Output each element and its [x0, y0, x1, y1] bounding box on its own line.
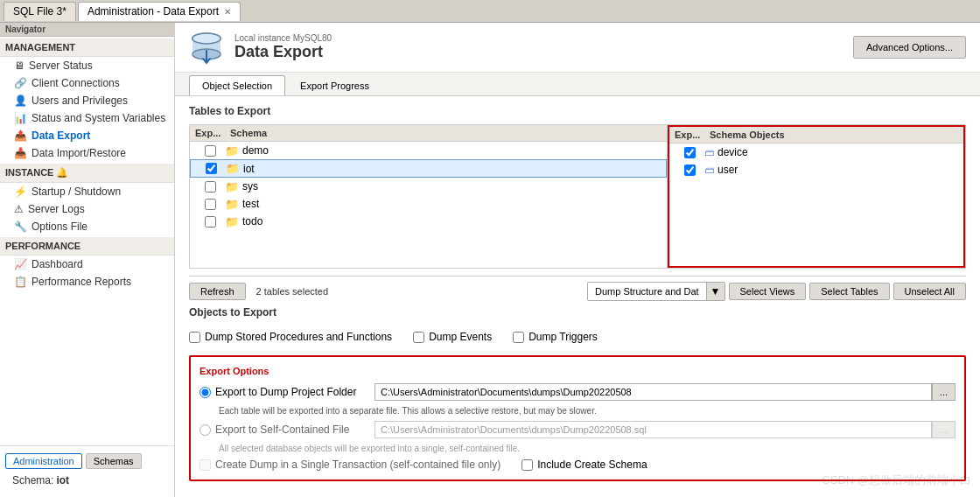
tab-data-export-label: Administration - Data Export [88, 5, 219, 18]
dump-stored-checkbox[interactable] [189, 332, 200, 343]
checkbox-demo[interactable] [205, 145, 216, 157]
unselect-all-button[interactable]: Unselect All [893, 283, 966, 300]
checkbox-device[interactable] [684, 147, 696, 158]
select-views-button[interactable]: Select Views [729, 283, 807, 300]
sidebar-item-label: Options File [32, 220, 88, 233]
self-contained-label[interactable]: Export to Self-Contained File [200, 424, 374, 436]
tab-schemas[interactable]: Schemas [86, 453, 142, 469]
self-contained-radio[interactable] [200, 424, 211, 436]
sidebar-item-perf-reports[interactable]: 📋 Performance Reports [0, 273, 174, 290]
sidebar-item-label: Status and System Variables [32, 112, 165, 124]
sidebar-item-label: Server Logs [28, 203, 85, 215]
objects-to-export-title: Objects to Export [189, 306, 966, 318]
svg-point-3 [192, 33, 220, 44]
refresh-button[interactable]: Refresh [189, 283, 246, 300]
schema-name-demo: 📁demo [225, 144, 662, 158]
sub-tabs: Object Selection Export Progress [175, 73, 980, 96]
tab-administration[interactable]: Administration [5, 453, 82, 469]
folder-icon: 📁 [226, 162, 240, 175]
left-panel-body: 📁demo 📁iot 📁sys 📁test [190, 142, 667, 264]
sidebar-item-dashboard[interactable]: 📈 Dashboard [0, 256, 174, 273]
content-body: Tables to Export Exp... Schema 📁demo [175, 96, 980, 497]
tables-toolbar: Refresh 2 tables selected Dump Structure… [189, 276, 966, 306]
sidebar-item-data-export[interactable]: 📤 Data Export [0, 127, 174, 144]
sidebar-item-label: Client Connections [32, 77, 120, 89]
self-contained-row: Export to Self-Contained File ... [200, 421, 956, 438]
checkbox-todo[interactable] [205, 216, 216, 228]
checkbox-sys[interactable] [205, 181, 216, 192]
dump-stored-label[interactable]: Dump Stored Procedures and Functions [189, 331, 392, 343]
include-create-schema-label[interactable]: Include Create Schema [522, 458, 647, 471]
dump-stored-text: Dump Stored Procedures and Functions [205, 331, 392, 343]
table-row[interactable]: 📁test [190, 195, 667, 213]
performance-header: PERFORMANCE [0, 237, 174, 256]
table-row[interactable]: 📁todo [190, 213, 667, 230]
sidebar-item-server-status[interactable]: 🖥 Server Status [0, 57, 174, 74]
sidebar-item-users-privileges[interactable]: 👤 Users and Privileges [0, 92, 174, 109]
tab-export-progress[interactable]: Export Progress [287, 75, 382, 95]
folder-icon: 📁 [225, 180, 239, 193]
dump-project-path-input[interactable] [374, 383, 932, 401]
right-panel: Exp... Schema Objects 🗃 device [668, 125, 965, 268]
sidebar-item-label: Dashboard [32, 258, 83, 270]
tables-export-area: Exp... Schema 📁demo 📁iot [189, 124, 966, 269]
table-row[interactable]: 🗃 device [669, 144, 963, 161]
include-create-schema-checkbox[interactable] [522, 459, 533, 471]
table-icon: 🗃 [704, 164, 714, 175]
table-row[interactable]: 🗃 user [669, 161, 963, 178]
tab-sql-file[interactable]: SQL File 3* [4, 2, 76, 21]
dump-project-browse-button[interactable]: ... [932, 383, 956, 401]
instance-header: INSTANCE 🔔 [0, 164, 174, 183]
dump-triggers-label[interactable]: Dump Triggers [513, 331, 598, 343]
tables-to-export-title: Tables to Export [189, 105, 966, 117]
checkbox-cell-device[interactable] [675, 147, 704, 158]
checkbox-cell-iot[interactable] [196, 163, 226, 174]
left-panel: Exp... Schema 📁demo 📁iot [190, 125, 668, 268]
tab-object-selection[interactable]: Object Selection [189, 75, 285, 95]
checkbox-iot[interactable] [206, 163, 217, 174]
dump-events-label[interactable]: Dump Events [413, 331, 492, 343]
dump-project-radio[interactable] [200, 387, 211, 398]
table-row[interactable]: 📁sys [190, 178, 667, 195]
create-dump-single-label[interactable]: Create Dump in a Single Transaction (sel… [200, 458, 500, 471]
dump-triggers-checkbox[interactable] [513, 332, 524, 343]
self-contained-description: All selected database objects will be ex… [200, 444, 956, 453]
checkbox-user[interactable] [684, 164, 696, 176]
checkbox-cell-test[interactable] [195, 199, 225, 210]
advanced-options-button[interactable]: Advanced Options... [853, 36, 966, 59]
sidebar-item-client-connections[interactable]: 🔗 Client Connections [0, 74, 174, 92]
sidebar-item-status-variables[interactable]: 📊 Status and System Variables [0, 109, 174, 127]
objects-to-export-section: Objects to Export Dump Stored Procedures… [189, 306, 966, 348]
dump-select[interactable]: Dump Structure and Dat ▼ [587, 282, 725, 301]
table-row[interactable]: 📁iot [190, 159, 667, 178]
self-contained-path-input[interactable] [374, 421, 932, 438]
tab-data-export[interactable]: Administration - Data Export ✕ [78, 2, 241, 21]
export-options-title: Export Options [200, 366, 956, 376]
dump-project-label[interactable]: Export to Dump Project Folder [200, 386, 374, 398]
sidebar-item-options-file[interactable]: 🔧 Options File [0, 218, 174, 235]
dump-events-checkbox[interactable] [413, 332, 424, 343]
chevron-down-icon[interactable]: ▼ [706, 283, 724, 300]
sidebar-item-startup[interactable]: ⚡ Startup / Shutdown [0, 183, 174, 200]
sidebar-item-label: Data Export [32, 130, 90, 142]
checkbox-cell-user[interactable] [675, 164, 704, 176]
data-export-header-icon [189, 30, 224, 65]
checkbox-cell-sys[interactable] [195, 181, 225, 192]
page-title: Data Export [234, 43, 332, 61]
select-tables-button[interactable]: Select Tables [809, 283, 889, 300]
checkbox-test[interactable] [205, 199, 216, 210]
table-row[interactable]: 📁demo [190, 142, 667, 159]
close-icon[interactable]: ✕ [224, 7, 231, 17]
sidebar-bottom: Administration Schemas Schema: iot [0, 445, 174, 497]
right-panel-header: Exp... Schema Objects [669, 127, 963, 144]
schema-name-todo: 📁todo [225, 215, 662, 228]
create-dump-single-checkbox[interactable] [200, 459, 211, 471]
checkbox-cell-demo[interactable] [195, 145, 225, 157]
schema-name-sys: 📁sys [225, 180, 662, 193]
sidebar-item-server-logs[interactable]: ⚠ Server Logs [0, 200, 174, 218]
checkbox-cell-todo[interactable] [195, 216, 225, 228]
self-contained-browse-button[interactable]: ... [932, 421, 956, 438]
sidebar-item-data-import[interactable]: 📥 Data Import/Restore [0, 144, 174, 162]
self-contained-text: Export to Self-Contained File [215, 424, 349, 436]
tab-sql-file-label: SQL File 3* [13, 5, 66, 18]
